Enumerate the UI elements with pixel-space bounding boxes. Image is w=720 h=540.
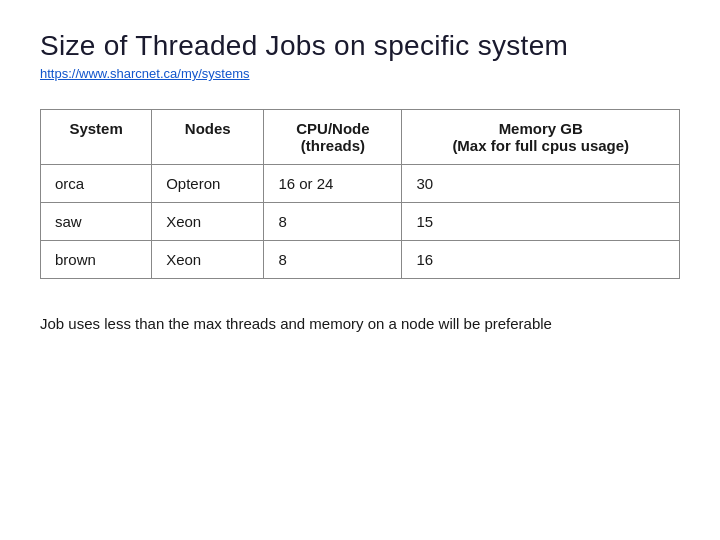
footer-note: Job uses less than the max threads and m… [40, 315, 680, 332]
cell-system-saw: saw [41, 203, 152, 241]
table-row: saw Xeon 8 15 [41, 203, 680, 241]
col-header-memory: Memory GB(Max for full cpus usage) [402, 110, 680, 165]
cell-memory-brown: 16 [402, 241, 680, 279]
table-header-row: System Nodes CPU/Node(threads) Memory GB… [41, 110, 680, 165]
col-header-cpu-node: CPU/Node(threads) [264, 110, 402, 165]
cell-system-orca: orca [41, 165, 152, 203]
page-link[interactable]: https://www.sharcnet.ca/my/systems [40, 66, 680, 81]
cell-nodes-saw: Xeon [152, 203, 264, 241]
page-title: Size of Threaded Jobs on specific system [40, 30, 680, 62]
cell-cpu-orca: 16 or 24 [264, 165, 402, 203]
cell-system-brown: brown [41, 241, 152, 279]
col-header-system: System [41, 110, 152, 165]
table-row: orca Opteron 16 or 24 30 [41, 165, 680, 203]
cell-cpu-brown: 8 [264, 241, 402, 279]
table-row: brown Xeon 8 16 [41, 241, 680, 279]
cell-memory-orca: 30 [402, 165, 680, 203]
cell-memory-saw: 15 [402, 203, 680, 241]
page-container: Size of Threaded Jobs on specific system… [0, 0, 720, 540]
col-header-nodes: Nodes [152, 110, 264, 165]
cell-nodes-orca: Opteron [152, 165, 264, 203]
data-table: System Nodes CPU/Node(threads) Memory GB… [40, 109, 680, 279]
cell-nodes-brown: Xeon [152, 241, 264, 279]
cell-cpu-saw: 8 [264, 203, 402, 241]
